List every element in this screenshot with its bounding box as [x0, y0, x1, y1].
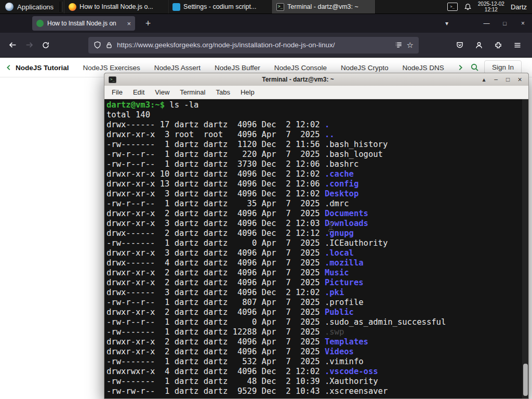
site-nav-back-icon[interactable] — [5, 64, 12, 71]
taskbar-window-terminal[interactable]: >_Terminal - dartz@vm3: ~ — [272, 0, 376, 14]
terminal-listing-line: drwx------ 4 dartz dartz 4096 Apr 7 2025… — [107, 258, 521, 268]
account-icon[interactable] — [471, 37, 487, 54]
menu-hamburger-icon[interactable] — [509, 37, 526, 54]
terminal-window-title: Terminal - dartz@vm3: ~ — [119, 76, 476, 83]
site-nav-item[interactable]: NodeJS Crypto — [341, 64, 389, 72]
terminal-listing-line: drwxr-xr-x 3 root root 4096 Apr 7 2025 .… — [107, 130, 521, 140]
url-text[interactable]: https://www.geeksforgeeks.org/node-js/in… — [117, 41, 391, 49]
site-favicon — [36, 20, 44, 27]
terminal-maximize-button[interactable]: □ — [503, 76, 512, 83]
terminal-scrollbar[interactable] — [522, 99, 528, 398]
terminal-listing-line: drwxr-xr-x 2 dartz dartz 4096 Apr 7 2025… — [107, 308, 521, 317]
terminal-menu-help[interactable]: Help — [235, 88, 260, 96]
terminal-menu-tabs[interactable]: Tabs — [210, 88, 235, 96]
taskbar-window-title: Settings - codium script... — [183, 3, 256, 10]
browser-minimize-button[interactable]: — — [477, 20, 496, 27]
terminal-listing-line: -rw------- 1 dartz dartz 0 Apr 7 2025 .I… — [107, 238, 521, 248]
terminal-listing-line: drwxr-xr-x 2 dartz dartz 4096 Apr 7 2025… — [107, 278, 521, 288]
pocket-icon[interactable] — [451, 37, 468, 54]
terminal-listing-line: drwxr-xr-x 2 dartz dartz 4096 Apr 7 2025… — [107, 209, 521, 219]
site-nav-item[interactable]: NodeJS Buffer — [215, 64, 260, 72]
terminal-prompt-line: dartz@vm3:~$ ls -la — [107, 100, 521, 110]
taskbar: How to Install Node.js o...Settings - co… — [64, 0, 376, 14]
taskbar-window-title: How to Install Node.js o... — [79, 3, 153, 10]
mouse-cursor-ibeam — [329, 222, 333, 231]
terminal-content[interactable]: dartz@vm3:~$ ls -latotal 140drwx------ 1… — [104, 99, 528, 398]
system-tray: >_ 2025-12-02 12:12 Dartz — [447, 0, 532, 14]
terminal-close-button[interactable]: × — [515, 75, 524, 84]
terminal-title-bar[interactable]: >_ Terminal - dartz@vm3: ~ ▴ – □ × — [104, 73, 528, 86]
terminal-listing-line: -rw-r--r-- 1 dartz dartz 0 Apr 7 2025 .s… — [107, 317, 521, 327]
site-nav-forward-icon[interactable] — [457, 64, 464, 71]
sign-in-button[interactable]: Sign In — [484, 60, 522, 74]
tracking-protection-shield-icon[interactable] — [94, 41, 101, 49]
codium-icon — [172, 3, 180, 11]
desktop-panel: Applications How to Install Node.js o...… — [0, 0, 532, 14]
url-bar[interactable]: https://www.geeksforgeeks.org/node-js/in… — [88, 37, 419, 54]
terminal-listing-line: drwxr-xr-x 2 dartz dartz 4096 Apr 7 2025… — [107, 268, 521, 278]
taskbar-window-codium[interactable]: Settings - codium script... — [168, 0, 272, 14]
terminal-scrollbar-thumb[interactable] — [523, 364, 528, 396]
reader-view-icon[interactable] — [395, 41, 403, 49]
terminal-minimize-button[interactable]: – — [491, 76, 500, 83]
browser-tab-bar: How to Install Node.js on × + ▾ — □ × — [0, 14, 532, 33]
reload-button[interactable] — [37, 37, 54, 54]
connection-lock-icon[interactable] — [105, 42, 113, 49]
terminal-window: >_ Terminal - dartz@vm3: ~ ▴ – □ × FileE… — [104, 73, 529, 399]
tab-title: How to Install Node.js on — [47, 20, 124, 27]
terminal-listing-line: drwxr-xr-x 3 dartz dartz 4096 Dec 2 12:0… — [107, 219, 521, 229]
toolbar-icons — [451, 37, 528, 54]
terminal-listing-line: -rw------- 1 dartz dartz 12288 Apr 7 202… — [107, 327, 521, 337]
terminal-listing-line: -rw-r--r-- 1 dartz dartz 3730 Dec 2 12:0… — [107, 159, 521, 169]
applications-icon — [5, 3, 14, 11]
site-nav-items: NodeJS TutorialNodeJS ExercisesNodeJS As… — [16, 63, 457, 72]
site-nav-item[interactable]: NodeJS Assert — [154, 64, 201, 72]
site-nav-item[interactable]: NodeJS DNS — [403, 64, 444, 72]
browser-navigation-bar: https://www.geeksforgeeks.org/node-js/in… — [0, 33, 532, 58]
terminal-listing-line: -rw-rw-r-- 1 dartz dartz 9529 Dec 2 10:4… — [107, 387, 521, 396]
terminal-shade-button[interactable]: ▴ — [480, 76, 488, 83]
terminal-menu-file[interactable]: File — [107, 88, 128, 96]
terminal-listing-line: drwxr-xr-x 2 dartz dartz 4096 Apr 7 2025… — [107, 347, 521, 357]
clock[interactable]: 2025-12-02 12:12 — [478, 1, 504, 12]
terminal-listing-line: -rw------- 1 dartz dartz 48 Dec 2 10:39 … — [107, 377, 521, 387]
terminal-listing-line: -rw------- 1 dartz dartz 532 Apr 7 2025 … — [107, 357, 521, 367]
firefox-icon — [69, 3, 76, 11]
terminal-menu-edit[interactable]: Edit — [128, 88, 150, 96]
forward-button[interactable] — [21, 37, 37, 54]
terminal-listing-line: drwx------ 3 dartz dartz 4096 Dec 2 12:0… — [107, 288, 521, 298]
clock-time: 12:12 — [478, 7, 504, 12]
clock-date: 2025-12-02 — [478, 1, 504, 7]
terminal-menu-view[interactable]: View — [150, 88, 175, 96]
applications-menu-button[interactable]: Applications — [0, 0, 59, 14]
terminal-listing-line: drwxrwxr-x 4 dartz dartz 4096 Dec 2 12:0… — [107, 367, 521, 377]
user-menu[interactable]: Dartz — [511, 3, 528, 11]
browser-close-button[interactable]: × — [514, 20, 532, 27]
site-nav-item[interactable]: NodeJS Tutorial — [16, 64, 69, 72]
site-nav-item[interactable]: NodeJS Console — [274, 64, 327, 72]
terminal-listing-line: drwxr-xr-x 10 dartz dartz 4096 Dec 2 12:… — [107, 169, 521, 179]
bookmark-star-icon[interactable]: ☆ — [407, 41, 414, 50]
notifications-bell-icon[interactable] — [464, 3, 472, 11]
browser-maximize-button[interactable]: □ — [496, 20, 514, 26]
tab-close-icon[interactable]: × — [127, 20, 131, 28]
terminal-listing-line: drwxr-xr-x 3 dartz dartz 4096 Dec 2 12:0… — [107, 189, 521, 199]
back-button[interactable] — [4, 37, 21, 54]
terminal-menu-terminal[interactable]: Terminal — [175, 88, 210, 96]
terminal-listing-line: -rw-r--r-- 1 dartz dartz 35 Apr 7 2025 .… — [107, 199, 521, 209]
site-nav-item[interactable]: NodeJS Exercises — [83, 64, 140, 72]
list-all-tabs-icon[interactable]: ▾ — [439, 20, 455, 27]
new-tab-button[interactable]: + — [141, 18, 155, 29]
taskbar-window-firefox[interactable]: How to Install Node.js o... — [64, 0, 168, 14]
terminal-listing-line: drwxr-xr-x 3 dartz dartz 4096 Apr 7 2025… — [107, 248, 521, 258]
tray-terminal-icon[interactable]: >_ — [447, 3, 458, 11]
terminal-output: dartz@vm3:~$ ls -latotal 140drwx------ 1… — [107, 100, 521, 396]
terminal-listing-line: drwxr-xr-x 2 dartz dartz 4096 Apr 7 2025… — [107, 337, 521, 347]
terminal-total-line: total 140 — [107, 110, 521, 120]
terminal-icon: >_ — [276, 3, 284, 11]
terminal-listing-line: drwxr-xr-x 13 dartz dartz 4096 Dec 2 12:… — [107, 179, 521, 189]
extensions-icon[interactable] — [490, 37, 507, 54]
browser-tab[interactable]: How to Install Node.js on × — [32, 16, 135, 31]
terminal-menu-bar: FileEditViewTerminalTabsHelp — [104, 86, 528, 99]
site-search-icon[interactable] — [470, 63, 479, 72]
